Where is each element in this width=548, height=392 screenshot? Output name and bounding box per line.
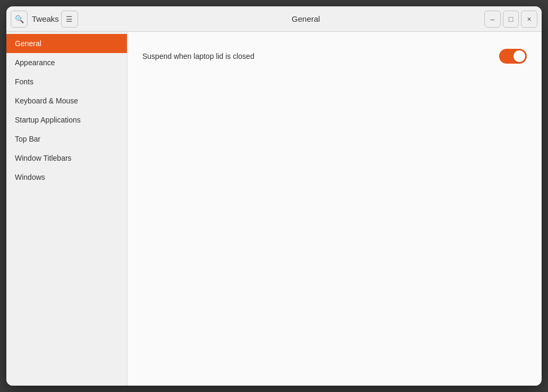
close-button[interactable]: × [521, 11, 537, 28]
content-area: GeneralAppearanceFontsKeyboard & MouseSt… [6, 32, 542, 386]
menu-button[interactable]: ☰ [61, 11, 78, 28]
minimize-button[interactable]: – [484, 11, 501, 28]
title-text: General [292, 14, 320, 23]
sidebar: GeneralAppearanceFontsKeyboard & MouseSt… [6, 32, 127, 386]
search-button[interactable]: 🔍 [11, 11, 28, 28]
sidebar-item-fonts[interactable]: Fonts [6, 72, 127, 91]
setting-row-suspend-laptop-lid: Suspend when laptop lid is closed [142, 45, 527, 68]
titlebar-left: 🔍 Tweaks ☰ [11, 11, 127, 28]
close-icon: × [527, 15, 532, 23]
sidebar-item-appearance[interactable]: Appearance [6, 53, 127, 72]
sidebar-item-top-bar[interactable]: Top Bar [6, 129, 127, 149]
window-title: General [127, 14, 484, 23]
sidebar-item-startup-applications[interactable]: Startup Applications [6, 110, 127, 129]
titlebar: 🔍 Tweaks ☰ General – □ × [6, 6, 542, 32]
main-panel: Suspend when laptop lid is closed [127, 32, 542, 386]
app-window: 🔍 Tweaks ☰ General – □ × GeneralAppe [6, 6, 542, 386]
sidebar-item-general[interactable]: General [6, 34, 127, 53]
maximize-icon: □ [509, 15, 513, 23]
sidebar-item-keyboard-mouse[interactable]: Keyboard & Mouse [6, 91, 127, 110]
menu-icon: ☰ [66, 15, 73, 23]
window-controls: – □ × [484, 11, 537, 28]
app-name: Tweaks [32, 14, 59, 23]
setting-label-suspend-laptop-lid: Suspend when laptop lid is closed [142, 52, 254, 60]
toggle-suspend-laptop-lid[interactable] [499, 49, 527, 64]
sidebar-item-windows[interactable]: Windows [6, 168, 127, 187]
minimize-icon: – [490, 15, 494, 23]
maximize-button[interactable]: □ [503, 11, 519, 28]
search-icon: 🔍 [15, 15, 24, 23]
sidebar-item-window-titlebars[interactable]: Window Titlebars [6, 149, 127, 168]
